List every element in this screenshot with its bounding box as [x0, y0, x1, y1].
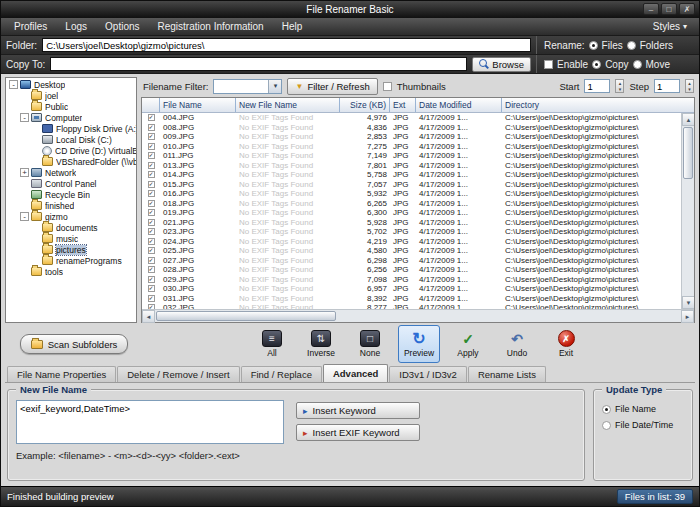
scroll-right-icon[interactable]: ► — [681, 310, 694, 323]
table-row[interactable]: 023.JPGNo EXIF Tags Found5,702JPG4/17/20… — [142, 227, 681, 237]
tree-item-cd-drive-d-virtualbox-guest[interactable]: CD Drive (D:) VirtualBox Guest — [6, 145, 136, 156]
row-checkbox[interactable] — [148, 304, 155, 309]
menu-item-profiles[interactable]: Profiles — [5, 18, 56, 35]
table-row[interactable]: 008.JPGNo EXIF Tags Found4,836JPG4/17/20… — [142, 123, 681, 133]
tree-expander-icon[interactable]: - — [20, 113, 29, 122]
title-bar[interactable]: File Renamer Basic – □ ✗ — [1, 1, 699, 18]
tree-item-documents[interactable]: documents — [6, 222, 136, 233]
tree-item-computer[interactable]: -Computer — [6, 112, 136, 123]
insert-exif-keyword-button[interactable]: ▸ Insert EXIF Keyword — [296, 424, 420, 441]
combo-dropdown-icon[interactable]: ▾ — [268, 80, 281, 93]
column-header-file-name[interactable]: File Name — [160, 98, 236, 112]
inverse-button[interactable]: ⇅Inverse — [300, 325, 342, 363]
tree-item-control-panel[interactable]: Control Panel — [6, 178, 136, 189]
folder-path-input[interactable] — [42, 38, 531, 52]
apply-button[interactable]: ✓Apply — [447, 325, 489, 363]
table-row[interactable]: 011.JPGNo EXIF Tags Found7,149JPG4/17/20… — [142, 151, 681, 161]
table-row[interactable]: 024.JPGNo EXIF Tags Found4,219JPG4/17/20… — [142, 237, 681, 247]
scroll-up-icon[interactable]: ▲ — [682, 113, 694, 126]
tree-item-gizmo[interactable]: -gizmo — [6, 211, 136, 222]
vertical-scrollbar[interactable]: ▲ ▼ — [681, 113, 694, 309]
table-row[interactable]: 028.JPGNo EXIF Tags Found6,256JPG4/17/20… — [142, 265, 681, 275]
none-button[interactable]: □None — [349, 325, 391, 363]
filename-filter-combo[interactable]: ▾ — [213, 79, 282, 94]
move-radio[interactable] — [633, 60, 642, 69]
tab-advanced[interactable]: Advanced — [323, 364, 388, 382]
horizontal-scroll-thumb[interactable] — [156, 311, 336, 321]
table-row[interactable]: 027.JPGNo EXIF Tags Found6,298JPG4/17/20… — [142, 256, 681, 266]
row-checkbox[interactable] — [148, 238, 155, 245]
row-checkbox[interactable] — [148, 266, 155, 273]
browse-button[interactable]: Browse — [472, 57, 531, 72]
copy-to-input[interactable] — [50, 57, 467, 71]
tree-item-tools[interactable]: tools — [6, 266, 136, 277]
table-row[interactable]: 025.JPGNo EXIF Tags Found4,580JPG4/17/20… — [142, 246, 681, 256]
row-checkbox[interactable] — [148, 209, 155, 216]
tree-item-joel[interactable]: joel — [6, 90, 136, 101]
row-checkbox[interactable] — [148, 285, 155, 292]
exit-button[interactable]: ✗Exit — [545, 325, 587, 363]
row-checkbox[interactable] — [148, 228, 155, 235]
table-row[interactable]: 019.JPGNo EXIF Tags Found6,300JPG4/17/20… — [142, 208, 681, 218]
copy-radio[interactable] — [592, 60, 601, 69]
thumbnails-checkbox[interactable] — [383, 82, 392, 91]
tree-expander-icon[interactable]: + — [20, 168, 29, 177]
tree-expander-icon[interactable]: - — [9, 80, 18, 89]
spin-down-icon[interactable]: ▾ — [616, 86, 623, 92]
menu-item-options[interactable]: Options — [96, 18, 148, 35]
table-row[interactable]: 032.JPGNo EXIF Tags Found8,277JPG4/17/20… — [142, 303, 681, 309]
column-header-size-kb[interactable]: Size (KB) — [340, 98, 390, 112]
file-datetime-radio[interactable] — [602, 421, 611, 430]
row-checkbox[interactable] — [148, 152, 155, 159]
scan-subfolders-button[interactable]: Scan Subfolders — [20, 334, 129, 354]
tree-item-network[interactable]: +Network — [6, 167, 136, 178]
table-row[interactable]: 029.JPGNo EXIF Tags Found7,098JPG4/17/20… — [142, 275, 681, 285]
tree-item-vbsharedfolder-vboxsvr[interactable]: VBSharedFolder (\\vboxsvr) ( — [6, 156, 136, 167]
scroll-left-icon[interactable]: ◄ — [142, 310, 155, 323]
tree-item-finished[interactable]: finished — [6, 200, 136, 211]
menu-item-logs[interactable]: Logs — [56, 18, 96, 35]
step-spinner[interactable]: ▴ ▾ — [685, 79, 694, 93]
row-checkbox[interactable] — [148, 295, 155, 302]
new-file-name-input[interactable]: <exif_keyword,DateTime> — [16, 400, 284, 444]
vertical-scroll-thumb[interactable] — [683, 127, 693, 179]
styles-menu[interactable]: Styles ▾ — [645, 21, 695, 32]
tab-file-name-properties[interactable]: File Name Properties — [7, 366, 116, 382]
menu-item-registration-information[interactable]: Registration Information — [149, 18, 273, 35]
start-input[interactable] — [584, 79, 610, 93]
row-checkbox[interactable] — [148, 171, 155, 178]
row-checkbox[interactable] — [148, 162, 155, 169]
table-row[interactable]: 013.JPGNo EXIF Tags Found7,801JPG4/17/20… — [142, 161, 681, 171]
table-row[interactable]: 030.JPGNo EXIF Tags Found6,957JPG4/17/20… — [142, 284, 681, 294]
enable-checkbox[interactable] — [544, 60, 553, 69]
start-spinner[interactable]: ▴ ▾ — [615, 79, 624, 93]
tab-rename-lists[interactable]: Rename Lists — [468, 366, 546, 382]
close-button[interactable]: ✗ — [679, 3, 695, 15]
maximize-button[interactable]: □ — [661, 3, 677, 15]
row-checkbox[interactable] — [148, 124, 155, 131]
column-header-new-file-name[interactable]: New File Name — [236, 98, 340, 112]
tree-item-recycle-bin[interactable]: Recycle Bin — [6, 189, 136, 200]
row-checkbox[interactable] — [148, 133, 155, 140]
rename-files-radio[interactable] — [589, 41, 598, 50]
table-row[interactable]: 010.JPGNo EXIF Tags Found7,275JPG4/17/20… — [142, 142, 681, 152]
row-checkbox[interactable] — [148, 247, 155, 254]
table-row[interactable]: 031.JPGNo EXIF Tags Found8,392JPG4/17/20… — [142, 294, 681, 304]
preview-button[interactable]: ↻Preview — [398, 325, 440, 363]
table-row[interactable]: 018.JPGNo EXIF Tags Found6,265JPG4/17/20… — [142, 199, 681, 209]
table-row[interactable]: 004.JPGNo EXIF Tags Found4,976JPG4/17/20… — [142, 113, 681, 123]
row-checkbox[interactable] — [148, 276, 155, 283]
table-row[interactable]: 021.JPGNo EXIF Tags Found5,928JPG4/17/20… — [142, 218, 681, 228]
horizontal-scrollbar[interactable]: ◄ ► — [142, 309, 694, 322]
tree-item-pictures[interactable]: pictures — [6, 244, 136, 255]
all-button[interactable]: ≡All — [251, 325, 293, 363]
row-checkbox[interactable] — [148, 190, 155, 197]
tab-find-replace[interactable]: Find / Replace — [241, 366, 322, 382]
file-name-radio[interactable] — [602, 405, 611, 414]
tab-id3v1-id3v2[interactable]: ID3v1 / ID3v2 — [389, 366, 467, 382]
row-checkbox[interactable] — [148, 114, 155, 121]
tree-item-renameprograms[interactable]: renamePrograms — [6, 255, 136, 266]
row-checkbox[interactable] — [148, 181, 155, 188]
row-checkbox[interactable] — [148, 219, 155, 226]
tree-item-floppy-disk-drive-a[interactable]: Floppy Disk Drive (A:) — [6, 123, 136, 134]
